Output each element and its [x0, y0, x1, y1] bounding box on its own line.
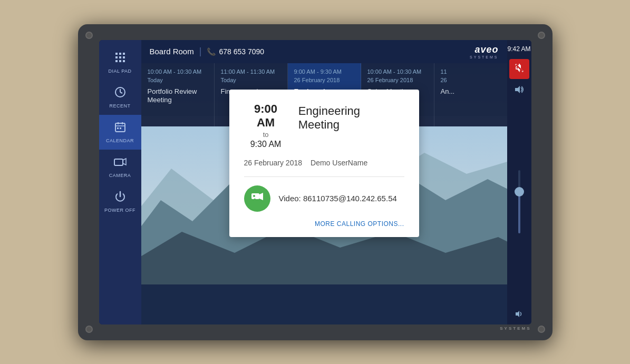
mute-icon	[514, 63, 525, 75]
header-logo-sub: SYSTEMS	[470, 55, 498, 59]
svg-point-26	[253, 195, 255, 197]
screw-top-left	[85, 32, 93, 39]
header-divider: |	[199, 46, 202, 57]
volume-low-icon[interactable]	[515, 310, 524, 319]
svg-rect-24	[251, 193, 259, 199]
recent-icon	[114, 86, 126, 101]
sidebar: DIAL PAD RECENT	[99, 40, 141, 324]
mute-button[interactable]	[509, 59, 529, 79]
svg-rect-17	[120, 127, 121, 129]
sidebar-item-calendar[interactable]: CALENDAR	[99, 115, 141, 150]
modal-time-to: to	[244, 131, 288, 139]
modal-card: 9:00 AM to 9:30 AM Engineering Meeting 2…	[229, 90, 419, 237]
svg-marker-30	[515, 86, 520, 93]
svg-rect-7	[119, 60, 121, 62]
camera-label: CAMERA	[109, 173, 131, 178]
modal-call-row: Video: 86110735@140.242.65.54	[244, 185, 404, 212]
call-address: Video: 86110735@140.242.65.54	[279, 194, 397, 203]
header-left: Board Room | 📞 678 653 7090	[150, 46, 265, 57]
more-calling-options-button[interactable]: MORE CALLING OPTIONS...	[244, 220, 404, 228]
svg-marker-31	[516, 311, 519, 317]
modal-overlay: 9:00 AM to 9:30 AM Engineering Meeting 2…	[141, 63, 507, 263]
dial-pad-icon	[114, 52, 126, 66]
volume-slider-container	[507, 100, 531, 304]
phone-number: 678 653 7090	[219, 47, 264, 56]
time-display: 9:42 AM	[507, 45, 530, 53]
sidebar-item-camera[interactable]: CAMERA	[99, 150, 141, 184]
modal-organizer: Demo UserName	[311, 159, 367, 167]
screw-top-right	[538, 32, 545, 39]
modal-title: Engineering Meeting	[298, 102, 404, 132]
dial-pad-label: DIAL PAD	[108, 68, 131, 74]
modal-meta: 26 February 2018 Demo UserName	[244, 159, 404, 167]
calendar-label: CALENDAR	[106, 138, 134, 143]
recent-label: RECENT	[109, 103, 130, 109]
svg-rect-1	[119, 53, 121, 55]
sidebar-item-dial-pad[interactable]: DIAL PAD	[99, 45, 141, 80]
svg-rect-4	[119, 56, 121, 58]
modal-time-end: 9:30 AM	[244, 140, 288, 149]
svg-line-11	[120, 92, 122, 93]
device-shell: aveo SYSTEMS	[78, 24, 553, 340]
screw-bottom-left	[85, 326, 93, 333]
right-sidebar: 9:42 AM	[507, 40, 531, 324]
volume-track	[518, 170, 520, 233]
modal-header: 9:00 AM to 9:30 AM Engineering Meeting	[244, 102, 404, 149]
svg-marker-25	[259, 193, 263, 200]
svg-rect-8	[123, 60, 125, 62]
screw-bottom-right	[538, 326, 545, 333]
sidebar-item-recent[interactable]: RECENT	[99, 80, 141, 115]
volume-thumb[interactable]	[515, 187, 524, 196]
modal-time: 9:00 AM to 9:30 AM	[244, 102, 288, 149]
calendar-icon	[114, 121, 126, 136]
volume-fill	[518, 195, 520, 233]
svg-rect-3	[115, 56, 118, 58]
sidebar-item-power-off[interactable]: POWER OFF	[99, 184, 141, 219]
device-logo-sub: SYSTEMS	[500, 326, 531, 331]
video-call-icon	[251, 192, 264, 205]
modal-divider	[244, 176, 404, 177]
header-logo: aveo	[470, 44, 498, 55]
header-logo-group: aveo SYSTEMS	[470, 44, 498, 59]
header-phone: 📞 678 653 7090	[207, 47, 264, 56]
header-bar: Board Room | 📞 678 653 7090 aveo SYSTEMS	[141, 40, 507, 63]
modal-date: 26 February 2018	[244, 159, 303, 167]
camera-icon	[114, 156, 127, 171]
power-off-icon	[114, 191, 126, 205]
main-content: Board Room | 📞 678 653 7090 aveo SYSTEMS	[141, 40, 507, 324]
phone-icon: 📞	[207, 47, 216, 56]
video-call-button[interactable]	[244, 185, 270, 212]
modal-time-start: 9:00 AM	[244, 102, 288, 130]
power-off-label: POWER OFF	[104, 208, 135, 213]
room-name: Board Room	[150, 47, 194, 56]
svg-rect-0	[115, 53, 118, 55]
content-area: 9:00 AM to 9:30 AM Engineering Meeting 2…	[141, 63, 507, 324]
screen: DIAL PAD RECENT	[99, 40, 531, 324]
svg-rect-6	[115, 60, 118, 62]
svg-rect-18	[114, 159, 123, 165]
volume-high-icon[interactable]	[515, 85, 524, 96]
svg-rect-16	[117, 127, 119, 129]
svg-rect-2	[123, 53, 125, 55]
svg-rect-5	[123, 56, 125, 58]
